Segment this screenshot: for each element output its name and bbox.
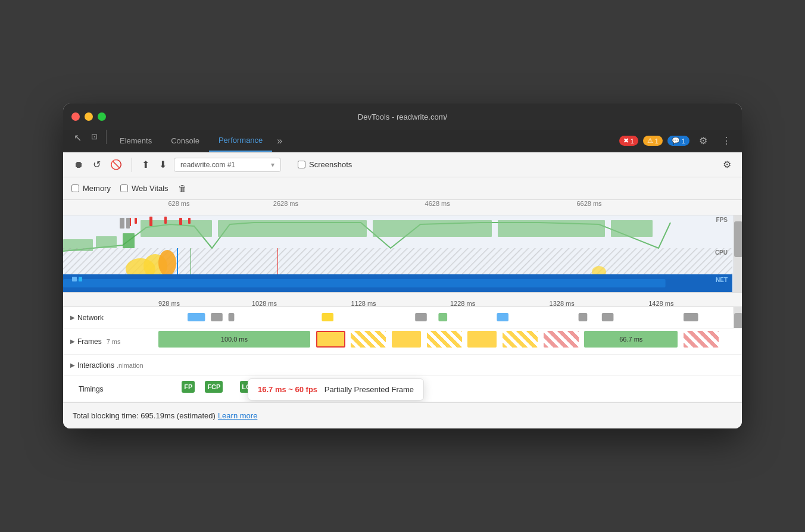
fp-badge[interactable]: FP xyxy=(182,381,195,393)
screenshots-area: Screenshots xyxy=(298,160,352,169)
svg-rect-10 xyxy=(149,217,152,226)
frame-block-100ms[interactable]: 100.0 ms xyxy=(158,331,310,348)
frame-block-y3[interactable] xyxy=(427,331,462,348)
settings-gear-button[interactable]: ⚙ xyxy=(720,159,734,170)
options-row: Memory Web Vitals 🗑 xyxy=(63,177,742,200)
svg-rect-25 xyxy=(79,277,82,281)
svg-rect-33 xyxy=(579,313,588,321)
web-vitals-checkbox-label[interactable]: Web Vitals xyxy=(120,184,169,193)
net-label: NET xyxy=(716,277,728,283)
upload-icon[interactable]: ⬆ xyxy=(139,157,152,173)
network-scrollbar-thumb[interactable] xyxy=(734,313,742,328)
separator xyxy=(106,130,107,144)
frame-block-y4[interactable] xyxy=(467,331,497,348)
frames-row: ▶ Frames 7 ms 100.0 ms xyxy=(63,328,742,355)
memory-checkbox[interactable] xyxy=(71,184,79,192)
titlebar: DevTools - readwrite.com/ xyxy=(63,104,742,130)
svg-rect-28 xyxy=(229,313,235,321)
svg-rect-23 xyxy=(63,279,666,287)
frame-block-r2[interactable] xyxy=(684,331,719,348)
r2-1328: 1328 ms xyxy=(550,300,575,307)
svg-rect-7 xyxy=(611,220,653,237)
top-ruler: 628 ms 2628 ms 4628 ms 6628 ms xyxy=(63,200,742,215)
fps-label: FPS xyxy=(716,217,728,223)
network-row-label[interactable]: ▶ Network xyxy=(63,314,158,322)
r2-1128: 1128 ms xyxy=(351,300,376,307)
svg-rect-6 xyxy=(498,220,605,237)
sep1 xyxy=(132,158,132,172)
trash-icon[interactable]: 🗑 xyxy=(178,183,187,193)
tab-bar: ↖ ⊡ Elements Console Performance » ✖ 1 ⚠… xyxy=(63,130,742,152)
chart-scrollbar[interactable] xyxy=(734,215,742,292)
svg-rect-35 xyxy=(684,313,698,321)
svg-rect-30 xyxy=(415,313,427,321)
frames-row-label[interactable]: ▶ Frames 7 ms xyxy=(63,337,158,346)
tab-performance[interactable]: Performance xyxy=(209,130,272,152)
message-badge[interactable]: 💬 1 xyxy=(667,136,689,146)
scrollbar-thumb[interactable] xyxy=(734,221,742,257)
interactions-row-label[interactable]: ▶ Interactions .nimation xyxy=(63,361,158,370)
svg-rect-24 xyxy=(72,277,77,281)
svg-rect-29 xyxy=(322,313,333,321)
frame-block-y2[interactable] xyxy=(392,331,421,348)
more-options-icon[interactable]: ⋮ xyxy=(717,133,736,149)
url-selector[interactable]: readwrite.com #1 ▾ xyxy=(174,158,281,172)
frames-row-content: 100.0 ms 66.7 ms xyxy=(158,328,742,354)
network-row-content xyxy=(158,307,742,328)
frame-block-selected[interactable] xyxy=(316,331,345,348)
r2-1428: 1428 ms xyxy=(648,300,673,307)
ruler-label-628: 628 ms xyxy=(168,200,189,207)
record-button[interactable]: ⏺ xyxy=(71,157,86,173)
frame-block-y5[interactable] xyxy=(503,331,538,348)
svg-rect-32 xyxy=(497,313,508,321)
frame-block-r1[interactable] xyxy=(544,331,579,348)
svg-rect-9 xyxy=(135,218,137,224)
stop-button[interactable]: 🚫 xyxy=(108,157,124,173)
frame-tooltip: 16.7 ms ~ 60 fps Partially Presented Fra… xyxy=(248,378,424,400)
timeline-area: 628 ms 2628 ms 4628 ms 6628 ms xyxy=(63,200,742,402)
inspect-icon[interactable]: ⊡ xyxy=(86,130,102,152)
cursor-icon[interactable]: ↖ xyxy=(69,130,86,152)
web-vitals-checkbox[interactable] xyxy=(120,184,128,192)
more-tabs-button[interactable]: » xyxy=(272,130,287,152)
error-badge[interactable]: ✖ 1 xyxy=(619,136,638,146)
fcp-badge[interactable]: FCP xyxy=(205,381,223,393)
fps-cpu-net-chart: FPS xyxy=(63,215,742,293)
settings-icon[interactable]: ⚙ xyxy=(694,133,712,149)
svg-rect-27 xyxy=(211,313,223,321)
tab-console[interactable]: Console xyxy=(161,130,209,152)
screenshots-label: Screenshots xyxy=(309,160,352,169)
download-icon[interactable]: ⬇ xyxy=(157,157,169,173)
timings-row-label: Timings xyxy=(63,385,158,393)
window-title: DevTools - readwrite.com/ xyxy=(358,112,447,121)
frame-block-y1[interactable] xyxy=(351,331,386,348)
devtools-window: DevTools - readwrite.com/ ↖ ⊡ Elements C… xyxy=(63,104,742,428)
svg-rect-15 xyxy=(126,218,130,229)
reload-record-button[interactable]: ↺ xyxy=(91,157,103,173)
svg-rect-31 xyxy=(438,313,447,321)
cpu-label: CPU xyxy=(715,249,728,256)
frame-block-667ms[interactable]: 66.7 ms xyxy=(584,331,678,348)
svg-rect-4 xyxy=(218,220,367,237)
maximize-button[interactable] xyxy=(98,112,106,121)
warning-badge[interactable]: ⚠ 1 xyxy=(643,136,663,146)
close-button[interactable] xyxy=(71,112,80,121)
memory-checkbox-label[interactable]: Memory xyxy=(71,184,111,193)
network-scrollbar[interactable] xyxy=(734,307,742,328)
screenshots-checkbox[interactable] xyxy=(298,161,305,168)
svg-rect-14 xyxy=(120,218,124,229)
learn-more-link[interactable]: Learn more xyxy=(218,411,257,420)
ruler-label-2628: 2628 ms xyxy=(273,200,298,207)
svg-rect-13 xyxy=(188,218,191,224)
minimize-button[interactable] xyxy=(85,112,93,121)
svg-point-20 xyxy=(158,250,176,276)
tab-right-actions: ✖ 1 ⚠ 1 💬 1 ⚙ ⋮ xyxy=(619,130,736,152)
svg-rect-12 xyxy=(179,218,182,225)
svg-rect-26 xyxy=(188,313,205,321)
timeline-rows: ▶ Network xyxy=(63,307,742,402)
svg-rect-5 xyxy=(373,220,492,237)
interactions-row-content xyxy=(158,355,742,375)
svg-rect-1 xyxy=(96,236,117,248)
r2-1228: 1228 ms xyxy=(450,300,475,307)
tab-elements[interactable]: Elements xyxy=(110,130,161,152)
